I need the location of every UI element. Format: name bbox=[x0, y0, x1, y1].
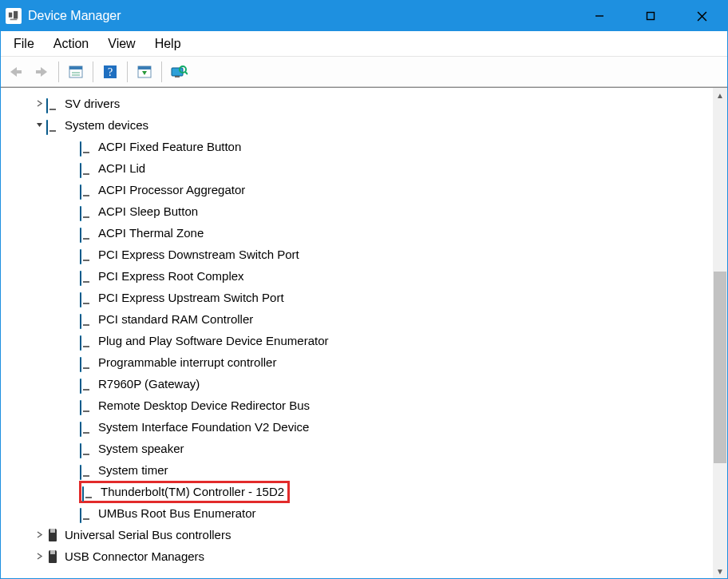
device-item[interactable]: ·Programmable interrupt controller bbox=[10, 351, 713, 373]
device-item[interactable]: ·ACPI Sleep Button bbox=[10, 200, 713, 222]
device-card-icon bbox=[79, 227, 93, 240]
device-item[interactable]: ·System speaker bbox=[10, 438, 713, 459]
svg-line-21 bbox=[185, 72, 188, 74]
menu-help[interactable]: Help bbox=[145, 34, 191, 54]
device-card-icon bbox=[81, 486, 96, 498]
device-label: PCI Express Upstream Switch Port bbox=[98, 291, 284, 304]
close-button[interactable] bbox=[676, 1, 727, 31]
device-label: ACPI Lid bbox=[98, 161, 145, 175]
chevron-right-icon[interactable] bbox=[33, 531, 46, 538]
device-card-icon bbox=[79, 291, 93, 304]
device-label: Plug and Play Software Device Enumerator bbox=[98, 334, 328, 347]
app-icon bbox=[6, 8, 22, 24]
menu-view[interactable]: View bbox=[98, 34, 144, 54]
device-item[interactable]: ·ACPI Processor Aggregator bbox=[10, 179, 713, 200]
toolbar-back-button[interactable] bbox=[4, 60, 28, 84]
menu-action[interactable]: Action bbox=[44, 34, 98, 54]
device-card-icon bbox=[79, 141, 93, 153]
device-card-icon bbox=[79, 162, 93, 175]
device-card-icon bbox=[79, 399, 93, 412]
category-label: System devices bbox=[65, 118, 148, 132]
category-label: SV drivers bbox=[65, 97, 120, 110]
device-item[interactable]: ·PCI Express Root Complex bbox=[10, 265, 713, 287]
device-card-icon bbox=[79, 378, 93, 391]
device-item[interactable]: ·R7960P (Gateway) bbox=[10, 373, 713, 395]
device-item[interactable]: ·ACPI Thermal Zone bbox=[10, 222, 713, 244]
title-bar: Device Manager bbox=[1, 1, 727, 31]
svg-rect-8 bbox=[36, 70, 42, 73]
device-label: System speaker bbox=[98, 442, 184, 455]
menu-file[interactable]: File bbox=[4, 34, 44, 54]
device-card-icon bbox=[79, 421, 93, 434]
toolbar-scan-button[interactable] bbox=[167, 60, 191, 84]
device-item[interactable]: ·ACPI Fixed Feature Button bbox=[10, 136, 713, 157]
device-item[interactable]: ·System Interface Foundation V2 Device bbox=[10, 416, 713, 438]
device-card-icon bbox=[79, 184, 93, 196]
monitor-icon bbox=[46, 97, 60, 110]
svg-rect-7 bbox=[16, 70, 22, 73]
device-label: Programmable interrupt controller bbox=[98, 355, 276, 369]
device-label: ACPI Processor Aggregator bbox=[98, 183, 245, 196]
device-item[interactable]: ·PCI standard RAM Controller bbox=[10, 308, 713, 330]
device-item[interactable]: ·PCI Express Upstream Switch Port bbox=[10, 287, 713, 308]
toolbar-separator bbox=[161, 61, 162, 82]
device-item[interactable]: ·ACPI Lid bbox=[10, 157, 713, 179]
usb-icon bbox=[46, 550, 60, 563]
monitor-icon bbox=[46, 119, 60, 132]
device-item[interactable]: ·PCI Express Downstream Switch Port bbox=[10, 244, 713, 265]
window-title: Device Manager bbox=[28, 9, 121, 23]
content-area: SV drivers System devices ·ACPI Fixed Fe… bbox=[1, 87, 727, 578]
chevron-right-icon[interactable] bbox=[33, 100, 46, 107]
svg-rect-19 bbox=[175, 76, 180, 77]
chevron-right-icon[interactable] bbox=[33, 553, 46, 560]
device-label: System Interface Foundation V2 Device bbox=[98, 420, 309, 434]
device-label: UMBus Root Bus Enumerator bbox=[98, 506, 256, 520]
category-sv-drivers[interactable]: SV drivers bbox=[10, 93, 713, 114]
toolbar-forward-button[interactable] bbox=[30, 60, 53, 84]
device-card-icon bbox=[79, 442, 93, 455]
svg-rect-1 bbox=[14, 11, 18, 19]
device-card-icon bbox=[79, 356, 93, 369]
device-card-icon bbox=[79, 335, 93, 347]
category-usb-controllers[interactable]: Universal Serial Bus controllers bbox=[10, 524, 713, 545]
device-card-icon bbox=[79, 205, 93, 218]
svg-rect-10 bbox=[69, 66, 82, 69]
menu-bar: File Action View Help bbox=[1, 31, 727, 57]
svg-text:?: ? bbox=[108, 66, 113, 78]
category-system-devices[interactable]: System devices bbox=[10, 114, 713, 136]
device-card-icon bbox=[79, 507, 93, 520]
toolbar-help-button[interactable]: ? bbox=[98, 60, 122, 84]
scroll-up-icon[interactable]: ▲ bbox=[713, 88, 727, 102]
device-label: R7960P (Gateway) bbox=[98, 377, 200, 391]
toolbar-separator bbox=[127, 61, 128, 82]
maximize-button[interactable] bbox=[625, 1, 676, 31]
toolbar: ? bbox=[1, 57, 727, 87]
vertical-scrollbar[interactable]: ▲ ▼ bbox=[713, 88, 727, 578]
category-label: USB Connector Managers bbox=[65, 549, 204, 563]
device-label: PCI Express Root Complex bbox=[98, 269, 244, 283]
category-label: Universal Serial Bus controllers bbox=[65, 528, 231, 541]
scroll-thumb[interactable] bbox=[714, 272, 726, 463]
device-card-icon bbox=[79, 464, 93, 477]
device-label: System timer bbox=[98, 463, 168, 477]
toolbar-properties-button[interactable] bbox=[64, 60, 88, 84]
highlighted-device[interactable]: Thunderbolt(TM) Controller - 15D2 bbox=[79, 481, 290, 503]
device-card-icon bbox=[79, 270, 93, 283]
device-item[interactable]: ·System timer bbox=[10, 459, 713, 481]
usb-icon bbox=[46, 529, 60, 541]
toolbar-showhide-button[interactable] bbox=[133, 60, 156, 84]
device-item[interactable]: ·Remote Desktop Device Redirector Bus bbox=[10, 395, 713, 416]
svg-rect-4 bbox=[647, 13, 655, 20]
minimize-button[interactable] bbox=[574, 1, 625, 31]
device-item[interactable]: ·Thunderbolt(TM) Controller - 15D2 bbox=[10, 481, 713, 502]
scroll-down-icon[interactable]: ▼ bbox=[713, 564, 727, 578]
device-item[interactable]: ·UMBus Root Bus Enumerator bbox=[10, 502, 713, 524]
category-usb-connector-managers[interactable]: USB Connector Managers bbox=[10, 545, 713, 567]
chevron-down-icon[interactable] bbox=[33, 121, 46, 129]
device-label: ACPI Sleep Button bbox=[98, 204, 198, 218]
toolbar-separator bbox=[93, 61, 93, 82]
device-tree[interactable]: SV drivers System devices ·ACPI Fixed Fe… bbox=[1, 88, 713, 578]
svg-rect-16 bbox=[138, 66, 151, 69]
device-item[interactable]: ·Plug and Play Software Device Enumerato… bbox=[10, 330, 713, 351]
toolbar-separator bbox=[58, 61, 59, 82]
